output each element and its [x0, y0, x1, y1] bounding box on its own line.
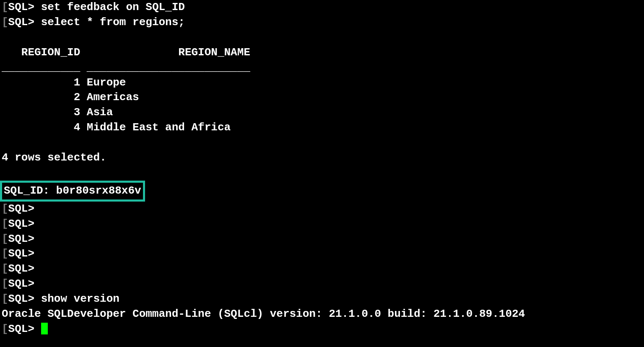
sql-prompt: SQL> [8, 247, 34, 260]
blank-line [0, 135, 644, 150]
table-header-region-name: REGION_NAME [178, 46, 250, 59]
feedback-line: 4 rows selected. [0, 150, 644, 166]
sql-prompt: SQL> [8, 277, 34, 290]
table-cell-id: 3 [2, 106, 80, 119]
table-sep-col1: ____________ [2, 61, 80, 74]
sql-prompt: SQL> [8, 202, 34, 215]
empty-prompt-line: [SQL> [0, 202, 644, 217]
sql-prompt: SQL> [8, 218, 34, 230]
blank-line [0, 166, 644, 181]
feedback-text: 4 rows selected. [2, 151, 106, 164]
empty-prompt-line: [SQL> [0, 232, 644, 247]
blank-line [0, 30, 644, 45]
empty-prompt-line: [SQL> [0, 217, 644, 232]
prompt-bracket-icon: [ [2, 233, 8, 245]
prompt-bracket-icon: [ [2, 218, 8, 230]
table-cell-name: Americas [87, 91, 139, 104]
table-cell-id: 1 [2, 76, 80, 89]
prompt-bracket-icon: [ [2, 247, 8, 260]
table-header-region-id: REGION_ID [2, 46, 80, 59]
empty-prompt-line: [SQL> [0, 262, 644, 277]
table-row: 4 Middle East and Africa [0, 120, 644, 135]
active-prompt-line[interactable]: [SQL> [0, 322, 644, 337]
sql-prompt: SQL> [8, 323, 34, 335]
empty-prompt-line: [SQL> [0, 277, 644, 292]
command-text: show version [41, 293, 119, 305]
table-header-row: REGION_ID REGION_NAME [0, 45, 644, 60]
command-text: set feedback on SQL_ID [41, 1, 185, 13]
prompt-bracket-icon: [ [2, 1, 8, 13]
table-row: 2 Americas [0, 90, 644, 105]
table-cell-name: Asia [87, 106, 113, 119]
table-separator-row: ____________ _________________________ [0, 60, 644, 75]
command-text: select * from regions; [41, 16, 185, 28]
table-cell-id: 2 [2, 91, 80, 104]
empty-prompt-line: [SQL> [0, 246, 644, 262]
prompt-bracket-icon: [ [2, 202, 8, 215]
version-output-text: Oracle SQLDeveloper Command-Line (SQLcl)… [2, 308, 525, 320]
command-line-1: [SQL> set feedback on SQL_ID [0, 0, 644, 15]
prompt-bracket-icon: [ [2, 293, 8, 305]
prompt-bracket-icon: [ [2, 262, 8, 275]
table-cell-id: 4 [2, 121, 80, 134]
table-row: 3 Asia [0, 105, 644, 120]
sql-prompt: SQL> [8, 1, 34, 13]
sql-id-text: SQL_ID: b0r80srx88x6v [2, 184, 141, 199]
sql-id-highlight-box: SQL_ID: b0r80srx88x6v [0, 181, 145, 202]
prompt-bracket-icon: [ [2, 323, 8, 335]
terminal-cursor-icon [41, 323, 48, 334]
sql-prompt: SQL> [8, 16, 34, 28]
sql-prompt: SQL> [8, 262, 34, 275]
prompt-bracket-icon: [ [2, 277, 8, 290]
terminal-output[interactable]: [SQL> set feedback on SQL_ID [SQL> selec… [0, 0, 644, 337]
table-sep-col2: _________________________ [87, 61, 250, 74]
prompt-bracket-icon: [ [2, 16, 8, 28]
command-line-2: [SQL> select * from regions; [0, 15, 644, 30]
table-cell-name: Europe [87, 76, 126, 89]
sql-prompt: SQL> [8, 293, 34, 305]
sql-prompt: SQL> [8, 233, 34, 245]
table-row: 1 Europe [0, 75, 644, 91]
version-output-line: Oracle SQLDeveloper Command-Line (SQLcl)… [0, 307, 644, 322]
command-line-3: [SQL> show version [0, 292, 644, 307]
table-cell-name: Middle East and Africa [87, 121, 231, 134]
